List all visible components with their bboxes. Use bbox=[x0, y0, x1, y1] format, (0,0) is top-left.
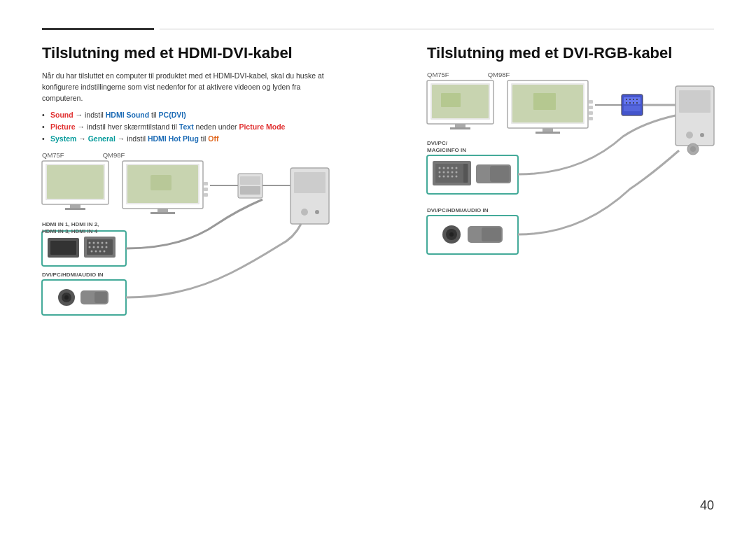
svg-rect-60 bbox=[533, 93, 556, 110]
svg-rect-4 bbox=[65, 208, 85, 210]
left-column: Tilslutning med et HDMI-DVI-kabel Når du… bbox=[42, 44, 343, 346]
rule-dark bbox=[42, 28, 154, 30]
svg-point-75 bbox=[626, 102, 627, 104]
svg-point-90 bbox=[443, 167, 445, 169]
left-diagram-svg: HDMI IN 1, HDMI IN 2, HDMI IN 3, HDMI IN… bbox=[42, 161, 343, 343]
svg-point-33 bbox=[89, 246, 91, 248]
svg-rect-64 bbox=[589, 106, 593, 109]
svg-point-32 bbox=[106, 242, 108, 244]
bullet-1: Sound → indstil HDMI Sound til PC(DVI) bbox=[42, 111, 343, 119]
svg-point-96 bbox=[447, 171, 449, 174]
bullet-1-text2: til bbox=[151, 111, 159, 119]
svg-text:HDMI IN 3, HDMI IN 4: HDMI IN 3, HDMI IN 4 bbox=[42, 228, 98, 234]
svg-point-95 bbox=[443, 171, 445, 174]
bullet-1-pcdvi: PC(DVI) bbox=[159, 111, 186, 119]
svg-rect-65 bbox=[589, 111, 593, 115]
bullet-1-hdmisound: HDMI Sound bbox=[106, 111, 149, 119]
svg-point-103 bbox=[456, 176, 458, 178]
left-title: Tilslutning med et HDMI-DVI-kabel bbox=[42, 44, 343, 62]
bullet-3-hotplug: HDMI Hot Plug bbox=[148, 134, 199, 143]
svg-point-115 bbox=[690, 146, 696, 152]
right-model-qm98f: QM98F bbox=[488, 71, 510, 78]
svg-text:DVI/PC/HDMI/AUDIO IN: DVI/PC/HDMI/AUDIO IN bbox=[427, 207, 489, 213]
svg-point-29 bbox=[93, 242, 95, 244]
svg-point-37 bbox=[106, 246, 108, 248]
svg-rect-25 bbox=[50, 241, 76, 255]
bullet-2-text1: → indstil hver skærmtilstand til bbox=[78, 122, 179, 131]
svg-point-34 bbox=[93, 246, 95, 248]
svg-rect-11 bbox=[204, 182, 208, 185]
svg-point-98 bbox=[456, 171, 458, 174]
svg-rect-55 bbox=[455, 124, 465, 127]
svg-point-71 bbox=[626, 99, 627, 100]
bullet-2-text: Text bbox=[179, 122, 194, 131]
svg-rect-70 bbox=[624, 106, 640, 111]
svg-text:MAGICINFO IN: MAGICINFO IN bbox=[427, 147, 466, 153]
left-model-qm75f: QM75F bbox=[42, 151, 64, 159]
svg-point-22 bbox=[315, 210, 319, 214]
svg-rect-27 bbox=[87, 239, 113, 255]
svg-point-97 bbox=[451, 171, 454, 174]
right-column: Tilslutning med et DVI-RGB-kabel QM75F Q… bbox=[427, 44, 735, 346]
right-diagram-svg: DVI/PC/ MAGICINFO IN bbox=[427, 80, 735, 311]
svg-point-40 bbox=[99, 251, 102, 253]
svg-point-99 bbox=[439, 176, 441, 178]
rule-light bbox=[160, 29, 714, 29]
svg-rect-54 bbox=[441, 93, 461, 107]
left-diagram: QM75F QM98F bbox=[42, 151, 343, 346]
right-diagram: QM75F QM98F bbox=[427, 71, 735, 314]
svg-rect-56 bbox=[450, 127, 470, 129]
svg-point-31 bbox=[102, 242, 104, 244]
svg-point-74 bbox=[636, 99, 638, 100]
svg-point-38 bbox=[91, 251, 93, 253]
svg-point-94 bbox=[439, 171, 441, 174]
svg-point-91 bbox=[447, 167, 449, 169]
page: Tilslutning med et HDMI-DVI-kabel Når du… bbox=[0, 0, 756, 534]
page-number: 40 bbox=[700, 498, 714, 513]
right-model-qm75f: QM75F bbox=[427, 71, 449, 78]
svg-rect-63 bbox=[589, 100, 593, 104]
svg-point-100 bbox=[443, 176, 445, 178]
bullet-3-system: System bbox=[50, 134, 76, 143]
svg-point-39 bbox=[95, 251, 97, 253]
bullet-3-text3: til bbox=[201, 134, 209, 143]
svg-point-78 bbox=[636, 102, 638, 104]
svg-point-28 bbox=[89, 242, 91, 244]
bullet-1-text1: → indstil bbox=[76, 111, 106, 119]
svg-point-111 bbox=[449, 232, 454, 237]
bullet-1-sound: Sound bbox=[50, 111, 74, 119]
bullet-3-general: General bbox=[88, 134, 115, 143]
bullet-3: System → General → indstil HDMI Hot Plug… bbox=[42, 134, 343, 143]
svg-rect-13 bbox=[204, 193, 208, 197]
svg-text:DVI/PC/: DVI/PC/ bbox=[427, 140, 448, 146]
bullet-3-text2: → indstil bbox=[118, 134, 148, 143]
svg-point-83 bbox=[700, 133, 704, 137]
bullet-3-text1: → bbox=[78, 134, 88, 143]
svg-point-21 bbox=[301, 209, 308, 216]
svg-point-41 bbox=[104, 251, 106, 253]
svg-point-89 bbox=[439, 167, 441, 169]
svg-point-35 bbox=[97, 246, 99, 248]
svg-rect-20 bbox=[294, 172, 326, 193]
bullet-3-off: Off bbox=[208, 134, 218, 143]
svg-point-92 bbox=[451, 167, 454, 169]
svg-point-82 bbox=[686, 132, 693, 139]
bullet-2-text2: neden under bbox=[196, 122, 239, 131]
right-title: Tilslutning med et DVI-RGB-kabel bbox=[427, 44, 735, 62]
svg-rect-113 bbox=[482, 227, 501, 241]
bullet-2: Picture → indstil hver skærmtilstand til… bbox=[42, 122, 343, 131]
left-intro: Når du har tilsluttet en computer til pr… bbox=[42, 71, 343, 104]
svg-point-93 bbox=[456, 167, 458, 169]
svg-point-45 bbox=[64, 295, 69, 300]
svg-rect-10 bbox=[150, 212, 175, 214]
svg-rect-106 bbox=[490, 166, 510, 182]
svg-point-101 bbox=[447, 176, 449, 178]
svg-point-30 bbox=[97, 242, 99, 244]
left-model-qm98f: QM98F bbox=[103, 151, 125, 159]
svg-rect-66 bbox=[589, 117, 593, 120]
svg-point-76 bbox=[629, 102, 631, 104]
svg-point-36 bbox=[102, 246, 104, 248]
svg-text:DVI/PC/HDMI/AUDIO IN: DVI/PC/HDMI/AUDIO IN bbox=[42, 272, 104, 278]
svg-rect-81 bbox=[679, 90, 710, 113]
bullet-2-picture: Picture bbox=[50, 122, 76, 131]
